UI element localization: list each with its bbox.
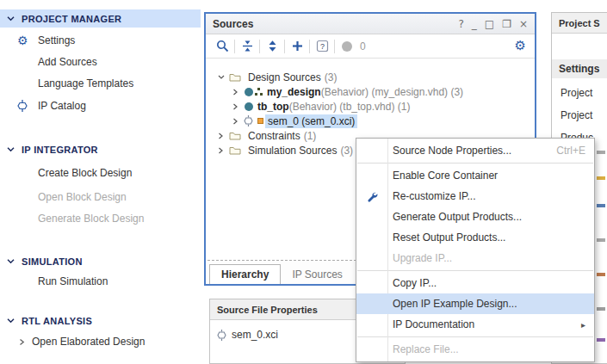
wrench-icon [366,190,378,202]
svg-text:?: ? [319,42,324,51]
sidebar-item-label: Language Templates [38,77,133,89]
tree-item-meta: (Behavior) (tb_top.vhd) (1) [289,101,411,113]
folder-icon [229,131,241,140]
maximize-icon[interactable]: □ [485,19,494,29]
ip-core-icon [217,330,226,341]
sidebar-item-label: Open Block Design [38,191,127,203]
menu-item-reset-output-products[interactable]: Reset Output Products... [356,227,594,248]
clipped-content-fragment [597,176,605,180]
toolbar-separator [334,40,335,53]
sidebar-item-label: Generate Block Design [38,213,144,225]
clipped-content-fragment [597,307,605,311]
sidebar-item-ip-catalog[interactable]: IP Catalog [0,97,201,114]
module-icon [244,102,254,112]
menu-item-open-ip-example-design[interactable]: Open IP Example Design... [356,293,594,314]
gear-icon: ⚙ [17,34,38,46]
sidebar-section-simulation[interactable]: SIMULATION [0,252,201,270]
search-icon[interactable] [213,37,232,56]
menu-separator [357,336,593,337]
tree-row-design-sources[interactable]: Design Sources (3) [206,70,535,84]
menu-item-enable-core-container[interactable]: Enable Core Container [356,165,594,186]
file-name: sem_0.xci [232,329,278,341]
help-icon[interactable]: ? [458,19,463,29]
tree-row-sem-0[interactable]: sem_0 (sem_0.xci) [206,114,535,128]
toolbar-separator [234,40,235,53]
clipped-content-fragment [597,238,605,242]
toolbar-separator [309,40,310,53]
chevron-right-icon[interactable] [232,118,239,125]
settings-gear-icon[interactable]: ⚙ [515,40,535,52]
minimize-icon[interactable]: _ [472,19,477,29]
toolbar-separator [284,40,285,53]
sidebar-item-open-block-design: Open Block Design [0,188,201,206]
menu-item-label: Replace File... [393,343,459,355]
chevron-right-icon[interactable] [232,103,239,110]
sidebar-item-run-simulation[interactable]: Run Simulation [0,273,201,290]
menu-item-ip-documentation[interactable]: IP Documentation ▸ [356,314,594,335]
sidebar-section-project-manager[interactable]: PROJECT MANAGER [0,9,201,28]
sidebar-section-ip-integrator[interactable]: IP INTEGRATOR [0,140,201,158]
tree-item-count: (1) [304,130,317,142]
chevron-right-icon[interactable] [232,89,239,96]
menu-item-copy-ip[interactable]: Copy IP... [356,273,594,293]
tree-row-tb-top[interactable]: tb_top (Behavior) (tb_top.vhd) (1) [206,99,535,114]
menu-item-source-node-properties[interactable]: Source Node Properties... Ctrl+E [356,140,594,161]
menu-item-label: Open IP Example Design... [393,298,517,310]
sidebar-section-rtl-analysis[interactable]: RTL ANALYSIS [0,312,201,330]
tree-row-my-design[interactable]: my_design (Behavior) (my_design.vhd) (3) [206,84,535,99]
sidebar-item-label: Create Block Design [38,167,132,179]
toolbar-separator [259,40,260,53]
menu-item-upgrade-ip: Upgrade IP... [356,248,594,268]
tree-item-name: my_design [267,86,321,98]
sidebar-item-generate-block-design: Generate Block Design [0,210,201,227]
menu-item-label: Reset Output Products... [393,231,505,244]
messages-badge-icon[interactable] [338,37,356,56]
chevron-down-icon [7,318,15,324]
help-badge-icon[interactable]: ? [313,37,331,56]
chevron-right-icon[interactable] [218,133,225,139]
tree-item-count: (3) [325,71,338,83]
tab-hierarchy[interactable]: Hierarchy [209,264,281,284]
chevron-down-icon[interactable] [218,74,225,80]
sidebar-section-label: SIMULATION [22,256,83,267]
folder-icon [229,72,241,82]
sidebar-section-label: PROJECT MANAGER [22,14,121,24]
folder-icon [229,145,241,155]
tree-item-name: tb_top [257,101,289,113]
chevron-right-icon [19,338,25,346]
sources-titlebar[interactable]: Sources ? _ □ ❐ × [206,14,535,34]
menu-separator [357,163,593,163]
tree-item-name-selected[interactable]: sem_0 (sem_0.xci) [265,114,357,128]
clipped-content-fragment [597,151,605,154]
tree-item-count: (3) [340,145,353,157]
add-sources-icon[interactable] [288,37,307,56]
menu-separator [357,270,593,271]
close-icon[interactable]: × [519,19,528,29]
sidebar-item-label: Run Simulation [38,275,108,287]
menu-item-generate-output-products[interactable]: Generate Output Products... [356,207,594,227]
chevron-right-icon[interactable] [218,147,225,154]
sidebar-item-create-block-design[interactable]: Create Block Design [0,164,201,182]
sidebar-item-language-templates[interactable]: Language Templates [0,75,201,92]
float-icon[interactable]: ❐ [502,19,511,29]
menu-item-recustomize-ip[interactable]: Re-customize IP... [356,186,594,207]
ip-status-square [257,118,263,124]
tree-item-label: Simulation Sources [248,145,337,157]
panel-title: Project S [552,13,607,34]
tab-ip-sources[interactable]: IP Sources [281,265,353,284]
expand-all-icon[interactable] [263,37,282,56]
menu-item-label: IP Documentation [393,318,474,330]
panel-title: Sources [206,18,253,30]
sidebar-item-label: Add Sources [38,56,97,68]
source-context-menu: Source Node Properties... Ctrl+E Enable … [356,138,595,362]
vivado-window: PROJECT MANAGER ⚙ Settings Add Sources L… [0,0,607,364]
chevron-down-icon [7,146,15,152]
sidebar-item-label: Open Elaborated Design [32,336,145,348]
collapse-all-icon[interactable] [238,37,257,56]
sources-toolbar: ? 0 ⚙ [206,34,535,59]
summary-settings-header[interactable]: Settings [552,59,607,78]
sidebar-item-open-elaborated-design[interactable]: Open Elaborated Design [0,333,201,350]
sidebar-item-label: IP Catalog [38,100,86,112]
sidebar-item-add-sources[interactable]: Add Sources [0,53,201,71]
sidebar-item-settings[interactable]: ⚙ Settings [0,32,201,49]
